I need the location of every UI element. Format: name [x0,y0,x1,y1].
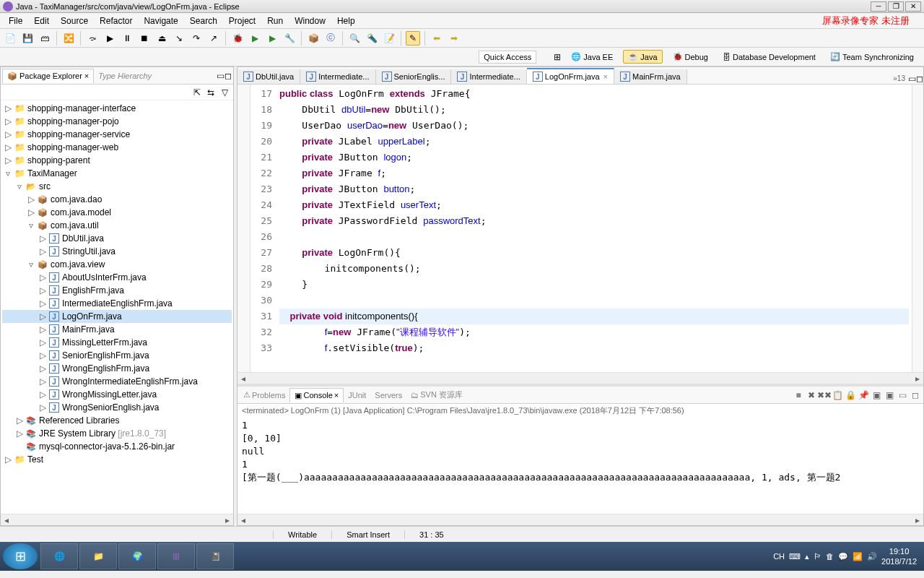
save-all-button[interactable]: 🗃 [38,31,52,46]
expand-arrow-icon[interactable]: ▷ [37,402,48,413]
menu-window[interactable]: Window [289,14,331,27]
menu-navigate[interactable]: Navigate [138,14,183,27]
forward-button[interactable]: ➡ [447,31,461,46]
tree-item[interactable]: ▷shopping-manager-pojo [2,115,232,128]
tray-chat-icon[interactable]: 💬 [838,552,848,561]
expand-arrow-icon[interactable]: ▷ [37,350,48,361]
remove-launch-button[interactable]: ✖ [805,389,818,402]
open-perspective-button[interactable]: ⊞ [554,52,561,62]
run-server-button[interactable]: ▶ [265,31,279,46]
perspective-javaee[interactable]: 🌐 Java EE [567,51,617,63]
start-button[interactable]: ⊞ [3,543,38,569]
menu-help[interactable]: Help [331,14,361,27]
expand-arrow-icon[interactable]: ▷ [2,454,14,465]
ime-indicator[interactable]: CH [773,552,785,561]
display-console-button[interactable]: ▣ [870,389,883,402]
step-into-button[interactable]: ↘ [172,31,186,46]
expand-arrow-icon[interactable]: ▷ [37,246,48,256]
task-item[interactable]: 📓 [196,543,234,569]
close-button[interactable]: ✕ [905,1,921,12]
perspective-team[interactable]: 🔄 Team Synchronizing [826,51,918,63]
expand-arrow-icon[interactable]: ▷ [2,142,14,152]
tab-console[interactable]: ▣ Console × [289,388,344,402]
tree-item[interactable]: ▷WrongEnglishFrm.java [2,362,232,375]
open-type-button[interactable]: 🔍 [347,31,362,46]
tree-item[interactable]: ▷Referenced Libraries [2,414,232,427]
pin-console-button[interactable]: 📌 [857,389,870,402]
perspective-debug[interactable]: 🐞 Debug [668,51,712,63]
expand-arrow-icon[interactable]: ▷ [25,194,37,204]
editor-tabs-overflow[interactable]: »13 [890,73,908,84]
expand-arrow-icon[interactable]: ▷ [37,324,48,335]
perspective-db[interactable]: 🗄 Database Development [718,51,820,63]
view-menu-button[interactable]: ▽ [219,87,230,98]
tab-servers[interactable]: Servers [370,389,406,402]
expand-arrow-icon[interactable]: ▿ [25,259,37,269]
new-class-button[interactable]: ⓒ [323,31,338,46]
tray-network-icon[interactable]: 📶 [853,552,863,561]
tree-item[interactable]: ▷JRE System Library [jre1.8.0_73] [2,427,232,440]
new-button[interactable]: 📄 [3,31,17,46]
close-icon[interactable]: × [334,391,339,400]
tree-item[interactable]: ▿com.java.view [2,258,232,271]
expand-arrow-icon[interactable]: ▷ [37,298,48,309]
package-tree[interactable]: ▷shopping-manager-interface▷shopping-man… [1,100,233,514]
console-output[interactable]: 1 [0, 10] null 1 [第一题(___)aaaaaaaaaaaaaa… [237,418,923,514]
scroll-right-icon[interactable]: ▸ [912,515,923,525]
expand-arrow-icon[interactable]: ▷ [37,233,48,243]
terminate-console-button[interactable]: ■ [792,389,805,402]
editor-tab[interactable]: SeniorEnglis... [376,69,452,84]
expand-arrow-icon[interactable]: ▷ [14,428,25,439]
scroll-left-icon[interactable]: ◂ [237,374,249,384]
tree-item[interactable]: ▷MainFrm.java [2,323,232,336]
console-hscroll[interactable]: ◂ ▸ [237,514,923,525]
back-button[interactable]: ⬅ [430,31,444,46]
perspective-java[interactable]: ☕ Java [623,50,662,64]
task-item[interactable]: 🌐 [40,543,78,569]
tree-item[interactable]: ▷shopping-manager-interface [2,102,232,115]
tree-item[interactable]: ▷shopping-manager-service [2,128,232,141]
menu-edit[interactable]: Edit [28,14,55,27]
clear-console-button[interactable]: 📋 [831,389,844,402]
ime-keyboard-icon[interactable]: ⌨ [789,552,801,561]
menu-file[interactable]: File [3,14,28,27]
tray-flag-icon[interactable]: 🏳 [814,552,821,561]
switch-editor-button[interactable]: 🔀 [61,31,76,46]
tree-item[interactable]: ▿src [2,180,232,193]
tree-item[interactable]: ▷WrongIntermediateEnglishFrm.java [2,375,232,388]
tree-item[interactable]: ▷StringUtil.java [2,245,232,258]
tray-battery-icon[interactable]: 🗑 [826,552,834,561]
suspend-button[interactable]: ⏸ [120,31,134,46]
expand-arrow-icon[interactable]: ▷ [2,129,14,139]
menu-run[interactable]: Run [261,14,289,27]
minimize-panel-button[interactable]: ▭ [896,389,909,402]
close-icon[interactable]: × [84,72,89,80]
maximize-panel-button[interactable]: ◻ [909,389,922,402]
expand-arrow-icon[interactable]: ▿ [25,220,37,230]
tab-package-explorer[interactable]: 📦 Package Explorer × [2,69,94,83]
expand-arrow-icon[interactable]: ▷ [37,311,48,322]
expand-arrow-icon[interactable]: ▷ [37,272,48,282]
tree-item[interactable]: ▷shopping-manager-web [2,141,232,154]
minimize-button[interactable]: ─ [871,1,886,12]
tree-item[interactable]: ▷IntermediateEnglishFrm.java [2,297,232,310]
tree-item[interactable]: ▷com.java.dao [2,193,232,206]
maximize-button[interactable]: ❐ [888,1,904,12]
menu-search[interactable]: Search [184,14,223,27]
editor-hscroll[interactable]: ◂ ▸ [237,372,923,384]
tree-item[interactable]: ▷Test [2,453,232,466]
scroll-lock-button[interactable]: 🔒 [844,389,857,402]
step-return-button[interactable]: ↗ [206,31,221,46]
expand-arrow-icon[interactable]: ▿ [2,168,14,178]
tab-svn[interactable]: 🗂 SVN 资源库 [406,387,467,402]
tree-item[interactable]: ▷WrongSeniorEnglish.java [2,401,232,414]
editor-tab[interactable]: DbUtil.java [237,69,300,84]
remove-all-button[interactable]: ✖✖ [818,389,831,402]
expand-arrow-icon[interactable]: ▷ [25,207,37,217]
scroll-left-icon[interactable]: ◂ [237,515,249,525]
tree-item[interactable]: ▷DbUtil.java [2,232,232,245]
editor-tab[interactable]: Intermediate... [451,69,526,84]
tray-volume-icon[interactable]: 🔊 [867,552,877,561]
task-item[interactable]: ⊞ [157,543,195,569]
editor-gutter[interactable] [237,85,250,372]
